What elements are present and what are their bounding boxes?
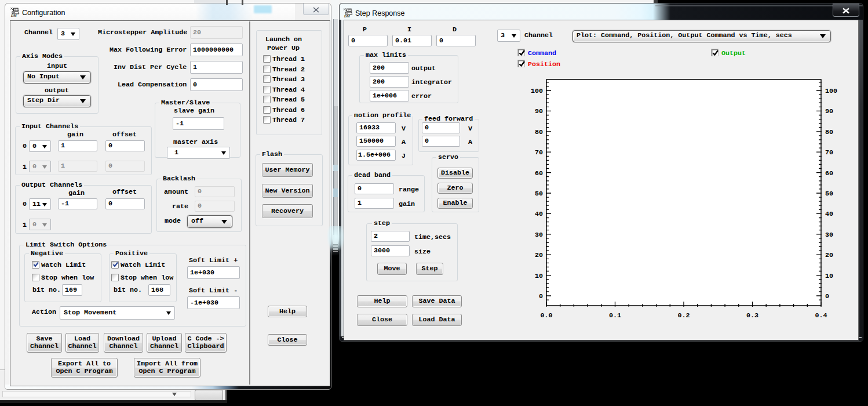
svg-text:20: 20 [825,251,833,259]
svg-text:30: 30 [535,231,543,239]
svg-text:0.2: 0.2 [677,311,690,320]
svg-text:DM: DM [10,13,17,17]
svg-text:DM: DM [344,14,350,17]
svg-text:70: 70 [825,148,833,157]
svg-text:50: 50 [825,190,833,198]
svg-text:70: 70 [535,148,543,157]
svg-text:0.4: 0.4 [815,311,827,320]
svg-text:90: 90 [535,107,543,115]
svg-text:0.1: 0.1 [609,311,621,320]
svg-text:100: 100 [531,87,543,95]
svg-text:100: 100 [825,87,837,95]
svg-text:80: 80 [825,128,833,136]
svg-text:20: 20 [535,251,543,259]
svg-text:0.3: 0.3 [746,311,758,320]
svg-text:90: 90 [825,107,833,115]
svg-text:10: 10 [825,272,833,280]
svg-text:50: 50 [535,190,543,198]
svg-text:0: 0 [825,292,829,300]
svg-text:30: 30 [825,231,833,239]
svg-text:80: 80 [535,128,543,136]
svg-text:60: 60 [535,169,543,177]
svg-text:60: 60 [825,169,833,177]
svg-text:40: 40 [825,210,833,218]
svg-text:0.0: 0.0 [540,311,552,320]
svg-text:0: 0 [539,292,543,300]
svg-text:10: 10 [535,272,543,280]
svg-text:40: 40 [535,210,543,218]
